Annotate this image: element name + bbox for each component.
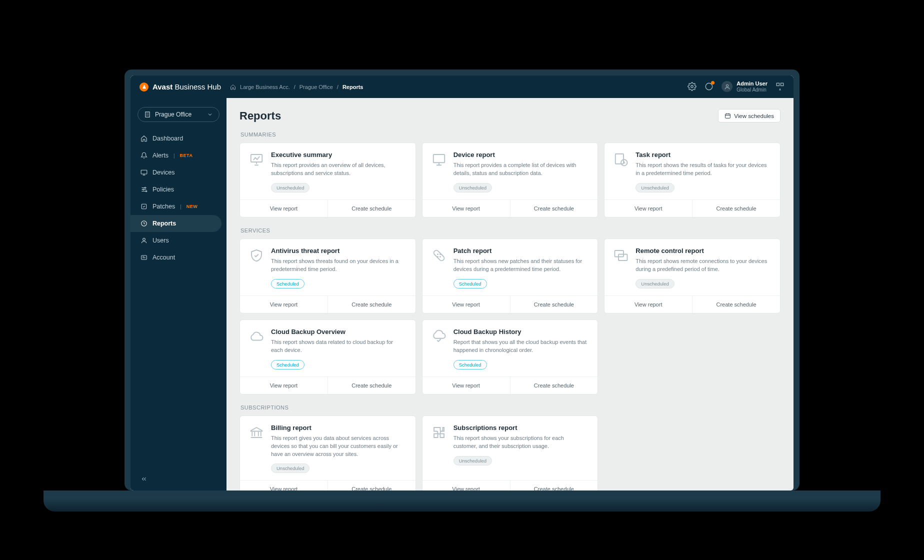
sidebar-item-devices[interactable]: Devices (130, 164, 226, 181)
view-report-button[interactable]: View report (240, 377, 328, 394)
page-title: Reports (240, 110, 281, 122)
create-schedule-button[interactable]: Create schedule (510, 296, 598, 313)
view-schedules-button[interactable]: View schedules (718, 109, 780, 122)
building-icon (144, 111, 151, 118)
new-badge: NEW (186, 204, 198, 209)
user-menu[interactable]: Admin User Global Admin (722, 80, 768, 92)
create-schedule-button[interactable]: Create schedule (510, 480, 598, 490)
view-schedules-label: View schedules (734, 113, 774, 119)
apps-icon[interactable] (776, 82, 784, 91)
user-role: Global Admin (736, 87, 768, 93)
breadcrumb-site[interactable]: Prague Office (300, 84, 333, 90)
card-title: Cloud Backup History (454, 328, 589, 336)
svg-point-22 (438, 256, 438, 257)
svg-point-0 (691, 86, 694, 88)
site-selector[interactable]: Prague Office (138, 107, 220, 122)
brand-name-bold: Avast (152, 82, 172, 91)
svg-point-8 (143, 189, 144, 190)
card-icon (140, 254, 148, 261)
view-report-button[interactable]: View report (240, 200, 328, 217)
create-schedule-button[interactable]: Create schedule (510, 377, 598, 394)
report-card-executive-summary: Executive summary This report provides a… (240, 142, 416, 218)
status-badge: Scheduled (454, 279, 487, 288)
card-title: Device report (454, 151, 589, 158)
brand-name-light: Business Hub (174, 82, 221, 91)
svg-point-21 (440, 256, 440, 257)
sidebar-item-patches[interactable]: Patches | NEW (130, 198, 226, 215)
brand-logo: Avast Business Hub (140, 82, 221, 92)
sidebar-item-label: Devices (152, 169, 174, 176)
svg-point-2 (726, 84, 728, 86)
home-icon[interactable] (230, 84, 236, 90)
card-title: Subscriptions report (454, 424, 589, 432)
bell-icon[interactable] (704, 82, 714, 91)
create-schedule-button[interactable]: Create schedule (510, 200, 598, 217)
sliders-icon (140, 186, 148, 193)
svg-point-1 (706, 84, 713, 90)
sidebar-item-users[interactable]: Users (130, 232, 226, 249)
svg-point-23 (440, 254, 440, 254)
view-report-button[interactable]: View report (422, 480, 510, 490)
svg-point-20 (438, 254, 438, 254)
site-selector-label: Prague Office (155, 111, 192, 118)
view-report-button[interactable]: View report (422, 296, 510, 313)
create-schedule-button[interactable]: Create schedule (328, 296, 416, 313)
sidebar-item-label: Users (152, 237, 169, 244)
gear-icon[interactable] (688, 82, 696, 91)
report-card-antivirus: Antivirus threat report This report show… (240, 238, 416, 314)
sidebar-item-policies[interactable]: Policies (130, 181, 226, 198)
sidebar-item-account[interactable]: Account (130, 249, 226, 266)
card-description: Report that shows you all the cloud back… (454, 338, 589, 354)
breadcrumb-current: Reports (342, 84, 364, 90)
svg-rect-3 (776, 84, 779, 86)
monitor-icon (432, 152, 446, 167)
view-report-button[interactable]: View report (604, 296, 692, 313)
view-report-button[interactable]: View report (604, 200, 692, 217)
svg-point-7 (144, 187, 146, 188)
collapse-sidebar-icon[interactable] (140, 476, 216, 482)
breadcrumb-account[interactable]: Large Business Acc. (240, 84, 290, 90)
card-title: Task report (636, 151, 771, 158)
card-description: This report provides a complete list of … (454, 162, 589, 178)
create-schedule-button[interactable]: Create schedule (328, 480, 416, 490)
app-header: Avast Business Hub Large Business Acc. /… (130, 76, 794, 98)
create-schedule-button[interactable]: Create schedule (328, 377, 416, 394)
view-report-button[interactable]: View report (240, 480, 328, 490)
sidebar-item-reports[interactable]: Reports (130, 215, 222, 232)
report-card-subscriptions: Subscriptions report This report shows y… (422, 416, 598, 490)
svg-point-12 (143, 238, 146, 240)
breadcrumb: Large Business Acc. / Prague Office / Re… (230, 84, 363, 90)
report-card-device-report: Device report This report provides a com… (422, 142, 598, 218)
sidebar-item-dashboard[interactable]: Dashboard (130, 130, 226, 147)
sidebar-item-label: Dashboard (152, 135, 183, 142)
card-title: Cloud Backup Overview (271, 328, 406, 336)
create-schedule-button[interactable]: Create schedule (328, 200, 416, 217)
svg-rect-19 (432, 250, 445, 262)
user-icon (140, 237, 148, 244)
cloud-icon (249, 329, 264, 344)
view-report-button[interactable]: View report (422, 200, 510, 217)
report-card-patch: Patch report This report shows new patch… (422, 238, 598, 314)
view-report-button[interactable]: View report (422, 377, 510, 394)
sidebar-item-alerts[interactable]: Alerts | BETA (130, 147, 226, 164)
shield-check-icon (249, 248, 264, 263)
card-description: This report provides an overview of all … (271, 162, 406, 178)
status-badge: Scheduled (454, 360, 487, 370)
task-clock-icon (614, 152, 628, 167)
sidebar-item-label: Account (152, 254, 175, 261)
view-report-button[interactable]: View report (240, 296, 328, 313)
card-title: Antivirus threat report (271, 247, 406, 254)
section-label-services: SERVICES (240, 228, 780, 234)
main-content: Reports View schedules SUMMARIES Executi… (226, 98, 794, 490)
avast-logo-icon (140, 82, 148, 92)
sidebar-item-label: Patches (152, 203, 175, 210)
card-title: Patch report (454, 247, 589, 254)
create-schedule-button[interactable]: Create schedule (692, 200, 780, 217)
card-description: This report shows new patches and their … (454, 258, 589, 274)
beta-badge: BETA (180, 153, 193, 158)
clock-icon (140, 220, 148, 227)
card-description: This report shows threats found on your … (271, 258, 406, 274)
svg-rect-4 (781, 84, 784, 86)
create-schedule-button[interactable]: Create schedule (692, 296, 780, 313)
status-badge: Unscheduled (454, 456, 492, 466)
